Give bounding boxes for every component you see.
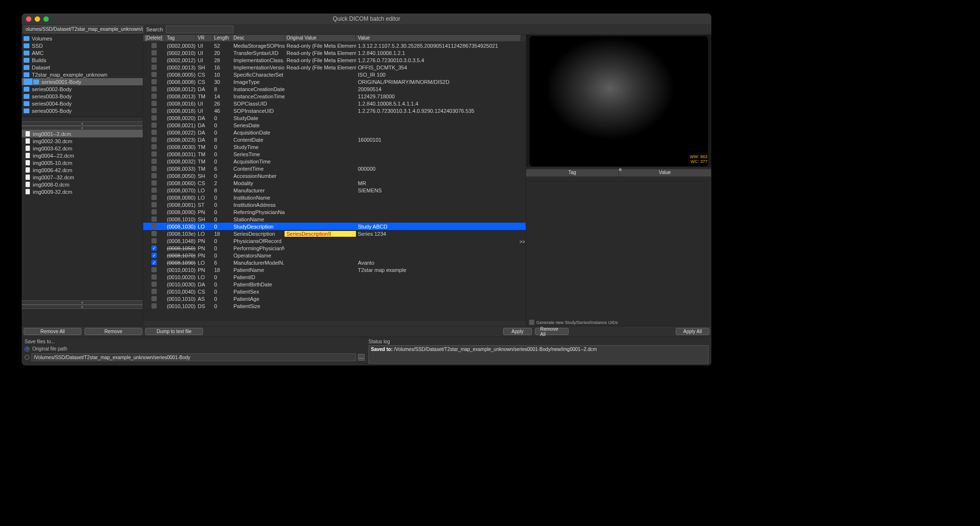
remove-button[interactable]: Remove <box>84 328 142 335</box>
file-item[interactable]: img0005-10.dcm <box>22 159 143 166</box>
original-path-radio[interactable] <box>25 347 29 351</box>
grid-row[interactable]: (0008,0050)SH0AccessionNumber <box>143 172 526 179</box>
delete-checkbox[interactable] <box>151 274 157 280</box>
grid-row[interactable]: (0008,0018)UI46SOPInstanceUID1.2.276.0.7… <box>143 107 526 114</box>
col-delete[interactable]: [Delete] <box>143 35 165 41</box>
delete-checkbox[interactable] <box>151 65 157 70</box>
grid-row[interactable]: (0010,0010)PN18PatientNameT2star map exa… <box>143 266 526 273</box>
grid-row[interactable]: (0008,0060)CS2ModalityMR <box>143 179 526 187</box>
file-item[interactable]: img0001--2.dcm <box>22 130 143 137</box>
save-path-input[interactable] <box>31 353 356 361</box>
search-input[interactable] <box>166 26 233 33</box>
tree-item[interactable]: series0003-Body <box>22 93 143 100</box>
file-item[interactable]: img0003-62.dcm <box>22 145 143 152</box>
grid-row[interactable]: ✓(0008,1050)PN0PerformingPhysicianN... <box>143 244 526 252</box>
tree-item[interactable]: T2star_map_example_unknown <box>22 71 143 78</box>
edit-col-value[interactable]: Value <box>619 169 711 176</box>
delete-checkbox[interactable] <box>151 79 157 84</box>
grid-hscrollbar[interactable] <box>143 321 526 326</box>
file-item[interactable]: img0009-32.dcm <box>22 188 143 195</box>
delete-checkbox[interactable] <box>151 267 157 272</box>
tree-item[interactable]: series0001-Body <box>22 78 143 85</box>
delete-checkbox[interactable] <box>151 108 157 113</box>
delete-checkbox[interactable] <box>151 180 157 186</box>
grid-row[interactable]: ✓(0008,1070)PN0OperatorsName <box>143 252 526 259</box>
file-item[interactable]: img0006-42.dcm <box>22 166 143 174</box>
delete-checkbox[interactable] <box>151 115 157 121</box>
delete-checkbox[interactable] <box>151 122 157 128</box>
col-value[interactable]: Value <box>356 35 521 41</box>
tree-item[interactable]: Dataset <box>22 64 143 71</box>
tree-expand-handle2[interactable]: + <box>22 126 143 130</box>
grid-row[interactable]: (0002,0012)UI28ImplementationClass...Rea… <box>143 56 526 64</box>
grid-row[interactable]: (0008,0031)TM0SeriesTime <box>143 150 526 158</box>
grid-row[interactable]: (0008,0008)CS30ImageTypeORIGINAL/PRIMARY… <box>143 78 526 85</box>
col-vr[interactable]: VR <box>196 35 212 41</box>
delete-checkbox[interactable] <box>151 101 157 106</box>
col-length[interactable]: Length <box>212 35 231 41</box>
apply-button[interactable]: Apply <box>503 328 532 335</box>
grid-row[interactable]: (0008,0032)TM0AcquisitionTime <box>143 158 526 165</box>
delete-checkbox[interactable] <box>151 188 157 193</box>
file-item[interactable]: img0007--32.dcm <box>22 174 143 181</box>
tree-hscrollbar[interactable] <box>22 117 143 121</box>
delete-checkbox[interactable] <box>151 86 157 92</box>
tree-item[interactable]: AMC <box>22 49 143 56</box>
delete-checkbox[interactable] <box>151 43 157 48</box>
delete-checkbox[interactable] <box>151 94 157 99</box>
tree-item[interactable]: Volumes <box>22 35 143 42</box>
grid-row[interactable]: (0008,0080)LO0InstitutionName <box>143 194 526 201</box>
image-preview[interactable]: WW: 862 WC: 377 <box>526 35 711 167</box>
file-expand-handle2[interactable]: + <box>22 305 143 309</box>
grid-row[interactable]: (0002,0010)UI20TransferSyntaxUIDRead-onl… <box>143 49 526 56</box>
delete-checkbox[interactable] <box>151 50 157 55</box>
remove-all-button[interactable]: Remove All <box>24 328 82 335</box>
grid-row[interactable]: (0008,1010)SH0StationName <box>143 216 526 223</box>
file-item[interactable]: img0002-30.dcm <box>22 137 143 145</box>
delete-checkbox[interactable] <box>151 282 157 287</box>
tree-item[interactable]: Builds <box>22 56 143 64</box>
transfer-button[interactable]: >> <box>519 239 525 244</box>
file-item[interactable]: img0008-0.dcm <box>22 181 143 188</box>
delete-checkbox[interactable] <box>151 303 157 309</box>
delete-checkbox[interactable] <box>151 130 157 135</box>
delete-checkbox[interactable] <box>151 57 157 63</box>
grid-row[interactable]: (0008,0005)CS10SpecificCharacterSetISO_I… <box>143 71 526 78</box>
apply-all-button[interactable]: Apply All <box>676 328 709 335</box>
edit-col-tag[interactable]: Tag <box>526 169 619 176</box>
grid-row[interactable]: (0008,0023)DA8ContentDate16000101 <box>143 136 526 143</box>
delete-checkbox[interactable] <box>151 209 157 215</box>
grid-row[interactable]: ✓(0008,1090)LO6ManufacturerModelN...Avan… <box>143 259 526 266</box>
grid-row[interactable]: (0008,0090)PN0ReferringPhysicianNa... <box>143 208 526 216</box>
delete-checkbox[interactable] <box>151 72 157 77</box>
grid-row[interactable]: (0008,0070)LO8ManufacturerSIEMENS <box>143 187 526 194</box>
col-tag[interactable]: Tag <box>165 35 196 41</box>
tree-item[interactable]: series0005-Body <box>22 107 143 114</box>
splitter-handle[interactable] <box>619 168 622 171</box>
tree-item[interactable]: series0002-Body <box>22 85 143 93</box>
delete-checkbox[interactable] <box>151 137 157 142</box>
tag-grid[interactable]: (0002,0003)UI52MediaStorageSOPInst...Rea… <box>143 42 526 321</box>
delete-checkbox[interactable] <box>151 195 157 200</box>
directory-tree[interactable]: VolumesSSDAMCBuildsDatasetT2star_map_exa… <box>22 35 143 117</box>
grid-row[interactable]: (0010,0040)CS0PatientSex <box>143 288 526 295</box>
delete-checkbox[interactable] <box>151 159 157 164</box>
grid-row[interactable]: (0008,0020)DA0StudyDate <box>143 114 526 121</box>
col-orig[interactable]: Original Value <box>285 35 356 41</box>
tree-expand-handle[interactable]: + <box>22 121 143 126</box>
generate-uids-checkbox[interactable] <box>529 320 534 325</box>
grid-row[interactable]: (0008,1030)LO0StudyDescriptionStudy ABCD <box>143 223 526 230</box>
edit-grid[interactable]: >> <box>526 176 711 319</box>
grid-row[interactable]: (0002,0003)UI52MediaStorageSOPInst...Rea… <box>143 42 526 49</box>
delete-checkbox[interactable] <box>151 166 157 171</box>
grid-row[interactable]: (0010,1010)AS0PatientAge <box>143 295 526 302</box>
delete-checkbox[interactable] <box>151 296 157 301</box>
delete-checkbox[interactable] <box>151 216 157 222</box>
grid-row[interactable]: (0008,1048)PN0PhysiciansOfRecord <box>143 237 526 244</box>
grid-row[interactable]: (0010,1020)DS0PatientSize <box>143 302 526 310</box>
grid-row[interactable]: (0010,0030)DA0PatientBirthDate <box>143 281 526 288</box>
tree-item[interactable]: SSD <box>22 42 143 49</box>
file-item[interactable]: img0004--22.dcm <box>22 152 143 159</box>
grid-row[interactable]: (0008,0012)DA8InstanceCreationDate200905… <box>143 85 526 93</box>
grid-row[interactable]: (0008,0021)DA0SeriesDate <box>143 121 526 129</box>
